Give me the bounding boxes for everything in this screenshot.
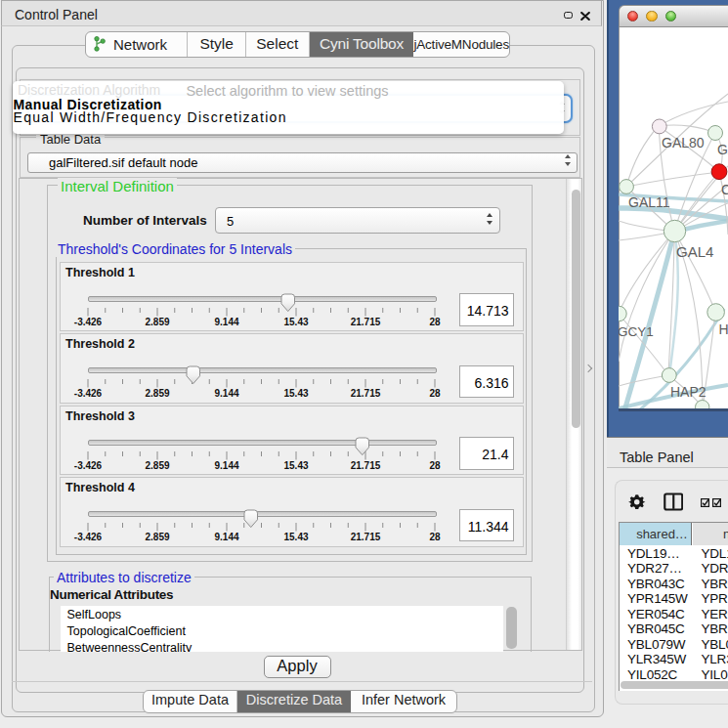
svg-text:GAL11: GAL11 [628, 194, 670, 210]
svg-text:GAL2: GAL2 [717, 142, 728, 157]
svg-text:GCY1: GCY1 [619, 324, 654, 339]
svg-text:CD: CD [721, 182, 728, 197]
svg-text:HI: HI [719, 321, 728, 337]
svg-text:GAL4: GAL4 [676, 243, 713, 260]
svg-text:HAP2: HAP2 [670, 384, 707, 400]
svg-text:GAL80: GAL80 [662, 135, 705, 150]
